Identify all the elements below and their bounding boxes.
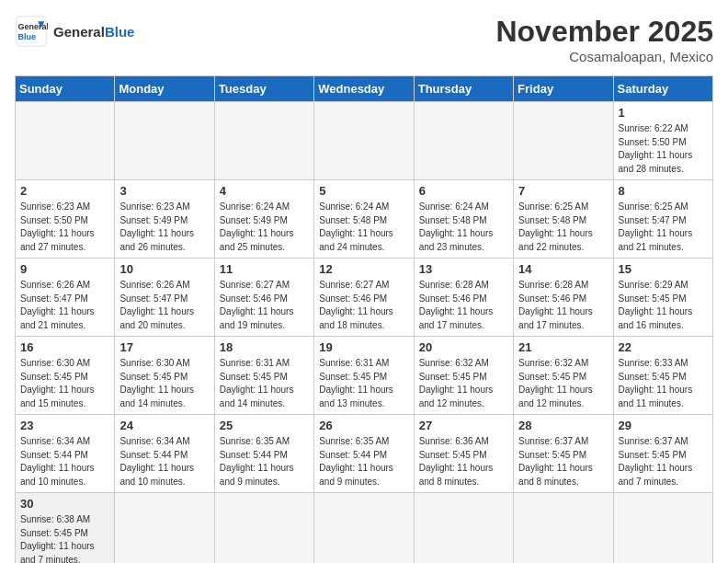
calendar-cell: 24Sunrise: 6:34 AM Sunset: 5:44 PM Dayli… — [115, 415, 214, 493]
calendar-cell — [414, 102, 513, 180]
calendar-cell: 12Sunrise: 6:27 AM Sunset: 5:46 PM Dayli… — [314, 259, 414, 337]
day-info: Sunrise: 6:30 AM Sunset: 5:45 PM Dayligh… — [20, 357, 109, 410]
day-info: Sunrise: 6:34 AM Sunset: 5:44 PM Dayligh… — [119, 435, 209, 488]
day-info: Sunrise: 6:34 AM Sunset: 5:44 PM Dayligh… — [20, 435, 109, 488]
day-number: 4 — [220, 184, 309, 198]
calendar-week-5: 23Sunrise: 6:34 AM Sunset: 5:44 PM Dayli… — [16, 415, 713, 493]
location: Cosamaloapan, Mexico — [495, 49, 713, 64]
calendar-cell: 11Sunrise: 6:27 AM Sunset: 5:46 PM Dayli… — [214, 259, 313, 337]
calendar-cell — [414, 493, 513, 564]
calendar-cell — [214, 102, 313, 180]
day-info: Sunrise: 6:35 AM Sunset: 5:44 PM Dayligh… — [319, 435, 408, 488]
calendar-cell: 27Sunrise: 6:36 AM Sunset: 5:45 PM Dayli… — [414, 415, 513, 493]
calendar-cell: 1Sunrise: 6:22 AM Sunset: 5:50 PM Daylig… — [613, 102, 712, 180]
weekday-thursday: Thursday — [414, 76, 513, 102]
day-number: 14 — [518, 262, 608, 276]
calendar-cell: 3Sunrise: 6:23 AM Sunset: 5:49 PM Daylig… — [115, 180, 214, 259]
calendar-cell — [115, 493, 214, 564]
weekday-monday: Monday — [115, 76, 214, 102]
day-number: 10 — [119, 262, 209, 276]
calendar-week-2: 2Sunrise: 6:23 AM Sunset: 5:50 PM Daylig… — [16, 180, 713, 259]
day-info: Sunrise: 6:33 AM Sunset: 5:45 PM Dayligh… — [619, 357, 708, 410]
day-number: 17 — [119, 340, 209, 354]
svg-text:Blue: Blue — [18, 32, 37, 41]
day-info: Sunrise: 6:32 AM Sunset: 5:45 PM Dayligh… — [419, 357, 508, 410]
day-number: 23 — [20, 419, 109, 432]
calendar-cell: 14Sunrise: 6:28 AM Sunset: 5:46 PM Dayli… — [514, 259, 613, 337]
calendar-cell — [514, 493, 613, 564]
calendar-cell: 28Sunrise: 6:37 AM Sunset: 5:45 PM Dayli… — [514, 415, 613, 493]
day-info: Sunrise: 6:30 AM Sunset: 5:45 PM Dayligh… — [119, 357, 209, 410]
day-info: Sunrise: 6:27 AM Sunset: 5:46 PM Dayligh… — [220, 279, 309, 332]
calendar-cell: 26Sunrise: 6:35 AM Sunset: 5:44 PM Dayli… — [314, 415, 414, 493]
calendar-cell: 15Sunrise: 6:29 AM Sunset: 5:45 PM Dayli… — [613, 259, 712, 337]
day-info: Sunrise: 6:37 AM Sunset: 5:45 PM Dayligh… — [619, 435, 708, 488]
day-info: Sunrise: 6:28 AM Sunset: 5:46 PM Dayligh… — [419, 279, 508, 332]
day-info: Sunrise: 6:26 AM Sunset: 5:47 PM Dayligh… — [20, 279, 109, 332]
day-info: Sunrise: 6:29 AM Sunset: 5:45 PM Dayligh… — [619, 279, 708, 332]
day-info: Sunrise: 6:26 AM Sunset: 5:47 PM Dayligh… — [119, 279, 209, 332]
calendar-cell: 30Sunrise: 6:38 AM Sunset: 5:45 PM Dayli… — [16, 493, 115, 564]
day-number: 19 — [319, 340, 408, 354]
day-info: Sunrise: 6:23 AM Sunset: 5:49 PM Dayligh… — [119, 201, 209, 254]
calendar-cell: 23Sunrise: 6:34 AM Sunset: 5:44 PM Dayli… — [16, 415, 115, 493]
calendar-cell: 21Sunrise: 6:32 AM Sunset: 5:45 PM Dayli… — [514, 337, 613, 415]
calendar-cell — [613, 493, 712, 564]
calendar-week-6: 30Sunrise: 6:38 AM Sunset: 5:45 PM Dayli… — [16, 493, 713, 564]
weekday-tuesday: Tuesday — [214, 76, 313, 102]
day-number: 13 — [419, 262, 508, 276]
page-header: General Blue GeneralBlue November 2025 C… — [15, 15, 713, 64]
day-info: Sunrise: 6:31 AM Sunset: 5:45 PM Dayligh… — [319, 357, 408, 410]
day-info: Sunrise: 6:32 AM Sunset: 5:45 PM Dayligh… — [518, 357, 608, 410]
calendar-cell: 16Sunrise: 6:30 AM Sunset: 5:45 PM Dayli… — [16, 337, 115, 415]
day-info: Sunrise: 6:31 AM Sunset: 5:45 PM Dayligh… — [220, 357, 309, 410]
day-number: 30 — [20, 497, 109, 511]
day-number: 15 — [619, 262, 708, 276]
calendar-cell: 18Sunrise: 6:31 AM Sunset: 5:45 PM Dayli… — [214, 337, 313, 415]
day-number: 29 — [619, 419, 708, 432]
logo-text: GeneralBlue — [53, 24, 134, 40]
day-info: Sunrise: 6:37 AM Sunset: 5:45 PM Dayligh… — [518, 435, 608, 488]
day-info: Sunrise: 6:24 AM Sunset: 5:48 PM Dayligh… — [319, 201, 408, 254]
calendar-cell: 25Sunrise: 6:35 AM Sunset: 5:44 PM Dayli… — [214, 415, 313, 493]
calendar-cell: 19Sunrise: 6:31 AM Sunset: 5:45 PM Dayli… — [314, 337, 414, 415]
day-info: Sunrise: 6:27 AM Sunset: 5:46 PM Dayligh… — [319, 279, 408, 332]
calendar-cell: 20Sunrise: 6:32 AM Sunset: 5:45 PM Dayli… — [414, 337, 513, 415]
day-number: 1 — [619, 106, 708, 120]
day-info: Sunrise: 6:22 AM Sunset: 5:50 PM Dayligh… — [619, 122, 708, 176]
day-number: 18 — [220, 340, 309, 354]
day-info: Sunrise: 6:38 AM Sunset: 5:45 PM Dayligh… — [20, 513, 109, 563]
calendar-cell — [16, 102, 115, 180]
month-title: November 2025 — [495, 15, 713, 49]
logo-icon: General Blue — [15, 15, 48, 48]
day-number: 5 — [319, 184, 408, 198]
weekday-wednesday: Wednesday — [314, 76, 414, 102]
calendar-table: SundayMondayTuesdayWednesdayThursdayFrid… — [15, 75, 713, 563]
day-number: 16 — [20, 340, 109, 354]
calendar-cell: 29Sunrise: 6:37 AM Sunset: 5:45 PM Dayli… — [613, 415, 712, 493]
calendar-cell: 6Sunrise: 6:24 AM Sunset: 5:48 PM Daylig… — [414, 180, 513, 259]
calendar-cell: 9Sunrise: 6:26 AM Sunset: 5:47 PM Daylig… — [16, 259, 115, 337]
calendar-cell: 13Sunrise: 6:28 AM Sunset: 5:46 PM Dayli… — [414, 259, 513, 337]
day-info: Sunrise: 6:24 AM Sunset: 5:48 PM Dayligh… — [419, 201, 508, 254]
day-number: 24 — [119, 419, 209, 432]
day-number: 20 — [419, 340, 508, 354]
calendar-cell: 22Sunrise: 6:33 AM Sunset: 5:45 PM Dayli… — [613, 337, 712, 415]
calendar-cell: 5Sunrise: 6:24 AM Sunset: 5:48 PM Daylig… — [314, 180, 414, 259]
calendar-cell — [214, 493, 313, 564]
calendar-week-1: 1Sunrise: 6:22 AM Sunset: 5:50 PM Daylig… — [16, 102, 713, 180]
day-number: 7 — [518, 184, 608, 198]
calendar-cell — [314, 102, 414, 180]
day-info: Sunrise: 6:28 AM Sunset: 5:46 PM Dayligh… — [518, 279, 608, 332]
day-number: 25 — [220, 419, 309, 432]
day-info: Sunrise: 6:35 AM Sunset: 5:44 PM Dayligh… — [220, 435, 309, 488]
day-number: 6 — [419, 184, 508, 198]
logo: General Blue GeneralBlue — [15, 15, 134, 48]
calendar-cell: 17Sunrise: 6:30 AM Sunset: 5:45 PM Dayli… — [115, 337, 214, 415]
day-number: 9 — [20, 262, 109, 276]
day-number: 28 — [518, 419, 608, 432]
day-info: Sunrise: 6:24 AM Sunset: 5:49 PM Dayligh… — [220, 201, 309, 254]
day-info: Sunrise: 6:36 AM Sunset: 5:45 PM Dayligh… — [419, 435, 508, 488]
day-number: 26 — [319, 419, 408, 432]
weekday-saturday: Saturday — [613, 76, 712, 102]
